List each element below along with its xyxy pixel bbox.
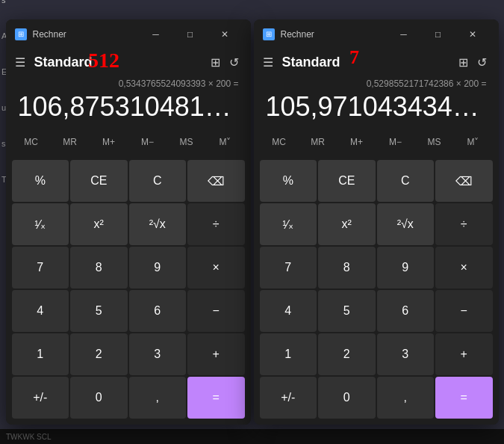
title-text-2: Rechner xyxy=(281,29,314,40)
btn-backspace-1[interactable]: ⌫ xyxy=(187,160,245,202)
btn-8-1[interactable]: 8 xyxy=(70,247,128,289)
btn-equals-1[interactable]: = xyxy=(187,377,245,419)
btn-multiply-2[interactable]: × xyxy=(435,247,493,289)
btn-divide-1[interactable]: ÷ xyxy=(187,203,245,245)
btn-c-1[interactable]: C xyxy=(129,160,187,202)
maximize-btn-2[interactable]: □ xyxy=(421,22,455,46)
btn-posneg-1[interactable]: +/- xyxy=(12,377,69,419)
btn-sqrt-2[interactable]: ²√x xyxy=(377,203,435,245)
calculators-container: ⊞ Rechner ─ □ ✕ ☰ Standard ⊞ ↺ 0,5343765… xyxy=(6,19,499,425)
btn-ce-1[interactable]: CE xyxy=(70,160,128,202)
btn-4-2[interactable]: 4 xyxy=(260,290,317,332)
btn-percent-2[interactable]: % xyxy=(260,160,317,202)
minimize-btn-1[interactable]: ─ xyxy=(139,22,173,46)
minimize-btn-2[interactable]: ─ xyxy=(387,22,421,46)
btn-ce-2[interactable]: CE xyxy=(318,160,376,202)
btn-decimal-1[interactable]: , xyxy=(129,377,187,419)
btn-reciprocal-2[interactable]: ¹⁄ₓ xyxy=(260,203,317,245)
btn-decimal-2[interactable]: , xyxy=(377,377,435,419)
mem-mplus-2[interactable]: M+ xyxy=(337,130,376,154)
btn-backspace-2[interactable]: ⌫ xyxy=(435,160,493,202)
btn-9-2[interactable]: 9 xyxy=(377,247,435,289)
taskbar-text: TWKWK SCL xyxy=(6,433,52,441)
btn-7-1[interactable]: 7 xyxy=(12,247,69,289)
calc-result-2: 105,9710434348477 xyxy=(266,92,487,122)
mem-mc-1[interactable]: MC xyxy=(12,130,51,154)
header-actions-1: ⊞ ↺ xyxy=(208,52,242,73)
title-controls-1: ─ □ ✕ xyxy=(139,22,242,46)
calc-header-1: ☰ Standard ⊞ ↺ xyxy=(6,49,251,75)
btn-0-1[interactable]: 0 xyxy=(70,377,128,419)
btn-3-2[interactable]: 3 xyxy=(377,333,435,375)
header-actions-2: ⊞ ↺ xyxy=(455,52,490,73)
memory-row-1: MC MR M+ M− MS M˅ xyxy=(6,127,251,157)
calc-header-left-2: ☰ Standard xyxy=(260,52,340,73)
btn-0-2[interactable]: 0 xyxy=(318,377,376,419)
calc-display-1: 0,5343765524093393 × 200 = 106,875310481… xyxy=(6,75,251,128)
btn-2-2[interactable]: 2 xyxy=(318,333,376,375)
btn-1-1[interactable]: 1 xyxy=(12,333,69,375)
title-bar-1: ⊞ Rechner ─ □ ✕ xyxy=(6,19,251,49)
close-btn-1[interactable]: ✕ xyxy=(208,22,242,46)
btn-subtract-2[interactable]: − xyxy=(435,290,493,332)
maximize-btn-1[interactable]: □ xyxy=(173,22,208,46)
title-controls-2: ─ □ ✕ xyxy=(387,22,490,46)
calc-header-left-1: ☰ Standard xyxy=(12,52,93,73)
calc-buttons-1: % CE C ⌫ ¹⁄ₓ x² ²√x ÷ 7 8 9 × 4 5 6 − 1 … xyxy=(6,157,251,425)
btn-3-1[interactable]: 3 xyxy=(129,333,187,375)
mem-mr-2[interactable]: MR xyxy=(299,130,337,154)
btn-add-1[interactable]: + xyxy=(187,333,245,375)
btn-square-1[interactable]: x² xyxy=(70,203,128,245)
calc-expression-1: 0,5343765524093393 × 200 = xyxy=(18,78,239,92)
btn-7-2[interactable]: 7 xyxy=(260,247,317,289)
mem-mminus-1[interactable]: M− xyxy=(128,130,167,154)
btn-multiply-1[interactable]: × xyxy=(187,247,245,289)
mode-title-2: Standard xyxy=(282,55,340,70)
mem-mminus-2[interactable]: M− xyxy=(376,130,415,154)
btn-4-1[interactable]: 4 xyxy=(12,290,69,332)
mem-ms-1[interactable]: MS xyxy=(167,130,206,154)
calc-result-1: 106,8753104818679 xyxy=(18,92,239,122)
memory-row-2: MC MR M+ M− MS M˅ xyxy=(254,127,499,157)
hamburger-icon-1[interactable]: ☰ xyxy=(12,52,28,73)
btn-posneg-2[interactable]: +/- xyxy=(260,377,317,419)
taskbar: TWKWK SCL xyxy=(0,429,504,444)
btn-square-2[interactable]: x² xyxy=(318,203,376,245)
btn-5-1[interactable]: 5 xyxy=(70,290,128,332)
btn-8-2[interactable]: 8 xyxy=(318,247,376,289)
btn-divide-2[interactable]: ÷ xyxy=(435,203,493,245)
mem-mplus-1[interactable]: M+ xyxy=(90,130,128,154)
close-btn-2[interactable]: ✕ xyxy=(455,22,490,46)
btn-subtract-1[interactable]: − xyxy=(187,290,245,332)
hamburger-icon-2[interactable]: ☰ xyxy=(260,52,276,73)
mem-ms-2[interactable]: MS xyxy=(415,130,454,154)
title-bar-left-2: ⊞ Rechner xyxy=(263,28,314,40)
app-icon-1: ⊞ xyxy=(15,28,27,40)
mem-mv-2[interactable]: M˅ xyxy=(454,130,493,154)
history-icon-1[interactable]: ↺ xyxy=(226,52,242,73)
btn-1-2[interactable]: 1 xyxy=(260,333,317,375)
mem-mv-1[interactable]: M˅ xyxy=(206,130,245,154)
btn-sqrt-1[interactable]: ²√x xyxy=(129,203,187,245)
history-icon-2[interactable]: ↺ xyxy=(474,52,490,73)
calc-header-2: ☰ Standard ⊞ ↺ xyxy=(254,49,499,75)
calc-buttons-2: % CE C ⌫ ¹⁄ₓ x² ²√x ÷ 7 8 9 × 4 5 6 − 1 … xyxy=(254,157,499,425)
pin-icon-1[interactable]: ⊞ xyxy=(208,52,223,73)
btn-c-2[interactable]: C xyxy=(377,160,435,202)
app-icon-2: ⊞ xyxy=(263,28,275,40)
calc-display-2: 0,5298552171742386 × 200 = 105,971043434… xyxy=(254,75,499,128)
btn-reciprocal-1[interactable]: ¹⁄ₓ xyxy=(12,203,69,245)
btn-equals-2[interactable]: = xyxy=(435,377,493,419)
btn-percent-1[interactable]: % xyxy=(12,160,69,202)
title-text-1: Rechner xyxy=(33,29,66,40)
mem-mc-2[interactable]: MC xyxy=(260,130,299,154)
btn-5-2[interactable]: 5 xyxy=(318,290,376,332)
pin-icon-2[interactable]: ⊞ xyxy=(455,52,471,73)
btn-6-1[interactable]: 6 xyxy=(129,290,187,332)
btn-2-1[interactable]: 2 xyxy=(70,333,128,375)
btn-6-2[interactable]: 6 xyxy=(377,290,435,332)
btn-add-2[interactable]: + xyxy=(435,333,493,375)
mode-title-1: Standard xyxy=(34,55,93,70)
mem-mr-1[interactable]: MR xyxy=(51,130,90,154)
btn-9-1[interactable]: 9 xyxy=(129,247,187,289)
